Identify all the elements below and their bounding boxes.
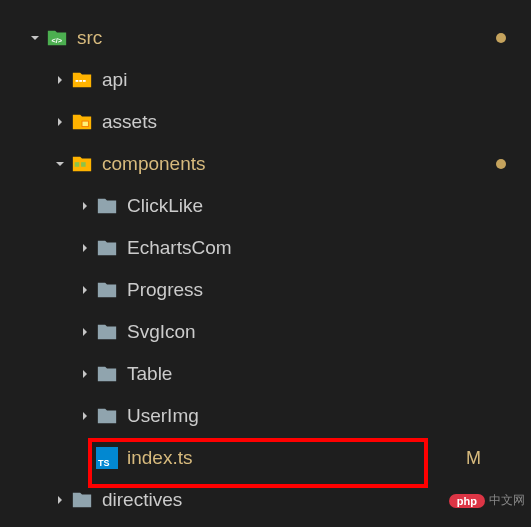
- tree-item-indexts[interactable]: TS index.ts M: [0, 437, 531, 479]
- svg-text:</>: </>: [52, 36, 63, 45]
- tree-item-progress[interactable]: Progress: [0, 269, 531, 311]
- tree-item-label: src: [77, 27, 496, 49]
- folder-icon: [70, 488, 94, 512]
- tree-item-label: ClickLike: [127, 195, 531, 217]
- tree-item-label: index.ts: [127, 447, 466, 469]
- tree-item-svgicon[interactable]: SvgIcon: [0, 311, 531, 353]
- tree-item-label: api: [102, 69, 531, 91]
- folder-src-icon: </>: [45, 26, 69, 50]
- folder-icon: [95, 320, 119, 344]
- chevron-right-icon: [75, 322, 95, 342]
- chevron-right-icon: [50, 70, 70, 90]
- chevron-right-icon: [75, 196, 95, 216]
- tree-item-echartscom[interactable]: EchartsCom: [0, 227, 531, 269]
- chevron-right-icon: [75, 364, 95, 384]
- tree-item-label: SvgIcon: [127, 321, 531, 343]
- tree-item-table[interactable]: Table: [0, 353, 531, 395]
- watermark: php 中文网: [449, 492, 525, 509]
- folder-icon: [95, 404, 119, 428]
- tree-item-label: Progress: [127, 279, 531, 301]
- chevron-right-icon: [50, 490, 70, 510]
- svg-rect-2: [79, 80, 82, 82]
- chevron-right-icon: [75, 406, 95, 426]
- svg-rect-4: [82, 121, 88, 127]
- tree-item-label: assets: [102, 111, 531, 133]
- tree-item-src[interactable]: </> src: [0, 17, 531, 59]
- tree-item-assets[interactable]: assets: [0, 101, 531, 143]
- modified-badge: M: [466, 448, 481, 469]
- tree-item-components[interactable]: components: [0, 143, 531, 185]
- watermark-badge: php: [449, 494, 485, 508]
- folder-components-icon: [70, 152, 94, 176]
- chevron-right-icon: [75, 238, 95, 258]
- chevron-down-icon: [25, 28, 45, 48]
- svg-rect-6: [81, 162, 86, 167]
- chevron-down-icon: [50, 154, 70, 174]
- chevron-right-icon: [75, 280, 95, 300]
- chevron-right-icon: [50, 112, 70, 132]
- watermark-text: 中文网: [489, 492, 525, 509]
- tree-item-label: EchartsCom: [127, 237, 531, 259]
- typescript-file-icon: TS: [95, 446, 119, 470]
- svg-rect-5: [75, 162, 80, 167]
- tree-item-cutoff: [0, 5, 531, 17]
- folder-icon: [95, 278, 119, 302]
- tree-item-clicklike[interactable]: ClickLike: [0, 185, 531, 227]
- folder-api-icon: [70, 68, 94, 92]
- tree-item-label: Table: [127, 363, 531, 385]
- folder-icon: [95, 194, 119, 218]
- tree-item-api[interactable]: api: [0, 59, 531, 101]
- tree-item-label: components: [102, 153, 496, 175]
- folder-icon: [95, 236, 119, 260]
- modified-dot-icon: [496, 33, 506, 43]
- svg-rect-3: [83, 80, 86, 82]
- folder-icon: [95, 362, 119, 386]
- folder-assets-icon: [70, 110, 94, 134]
- modified-dot-icon: [496, 159, 506, 169]
- tree-item-userimg[interactable]: UserImg: [0, 395, 531, 437]
- svg-rect-1: [76, 80, 79, 82]
- tree-item-label: UserImg: [127, 405, 531, 427]
